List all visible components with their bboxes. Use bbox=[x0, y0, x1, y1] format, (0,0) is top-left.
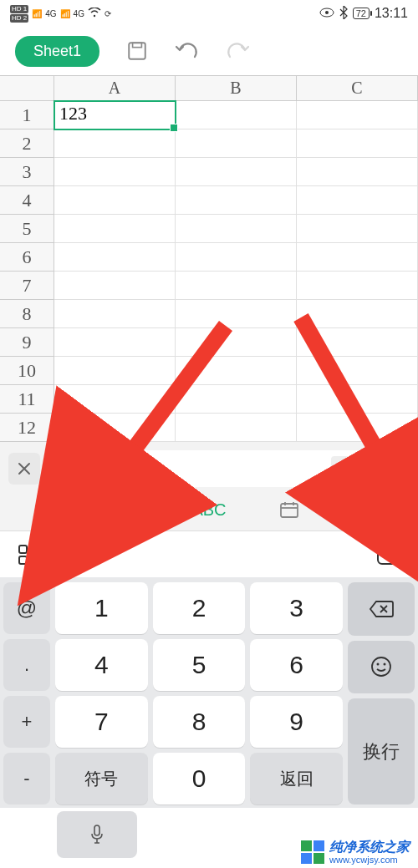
enter-icon[interactable] bbox=[331, 456, 359, 481]
cell[interactable] bbox=[176, 272, 297, 300]
cell[interactable] bbox=[297, 414, 418, 442]
cancel-button[interactable] bbox=[8, 453, 40, 485]
sig1-label: 4G bbox=[45, 9, 56, 18]
cell[interactable] bbox=[54, 385, 176, 414]
cell-a1[interactable]: 123 bbox=[54, 101, 176, 129]
row-header[interactable]: 6 bbox=[0, 243, 54, 272]
symbol-column: @ . + - bbox=[3, 582, 50, 805]
apps-icon[interactable] bbox=[15, 541, 42, 568]
key-2[interactable]: 2 bbox=[153, 582, 246, 634]
status-right: 72 13:11 bbox=[319, 6, 408, 22]
col-header-b[interactable]: B bbox=[176, 76, 297, 101]
cell[interactable] bbox=[54, 357, 176, 385]
cell[interactable] bbox=[54, 186, 176, 215]
svg-point-0 bbox=[94, 15, 95, 17]
cell[interactable] bbox=[54, 215, 176, 243]
cell[interactable] bbox=[176, 357, 297, 385]
cell[interactable] bbox=[176, 385, 297, 414]
cell[interactable] bbox=[54, 243, 176, 272]
key-return[interactable]: 返回 bbox=[250, 753, 343, 805]
mode-numeric[interactable]: 123 bbox=[89, 500, 169, 520]
col-header-c[interactable]: C bbox=[297, 76, 418, 101]
cell[interactable] bbox=[297, 328, 418, 357]
row-header[interactable]: 5 bbox=[0, 215, 54, 243]
key-symbols[interactable]: 符号 bbox=[55, 753, 148, 805]
cell[interactable] bbox=[297, 129, 418, 158]
row-header[interactable]: 4 bbox=[0, 186, 54, 215]
cell[interactable] bbox=[54, 158, 176, 186]
cell[interactable] bbox=[297, 300, 418, 328]
cell[interactable] bbox=[54, 129, 176, 158]
column-headers: A B C bbox=[0, 76, 418, 101]
row-header[interactable]: 8 bbox=[0, 300, 54, 328]
row-header[interactable]: 11 bbox=[0, 385, 54, 414]
key-emoji[interactable] bbox=[348, 641, 415, 694]
cell[interactable] bbox=[297, 272, 418, 300]
key-5[interactable]: 5 bbox=[153, 639, 246, 691]
row-header[interactable]: 9 bbox=[0, 328, 54, 357]
redo-icon[interactable] bbox=[225, 38, 250, 63]
cell[interactable] bbox=[176, 101, 297, 129]
row-header[interactable]: 2 bbox=[0, 129, 54, 158]
key-backspace[interactable] bbox=[348, 582, 415, 636]
key-7[interactable]: 7 bbox=[55, 696, 148, 748]
key-0[interactable]: 0 bbox=[153, 753, 246, 805]
sheet-tab[interactable]: Sheet1 bbox=[15, 36, 99, 67]
cell[interactable] bbox=[297, 357, 418, 385]
key-8[interactable]: 8 bbox=[153, 696, 246, 748]
undo-icon[interactable] bbox=[175, 38, 200, 63]
cell[interactable] bbox=[176, 186, 297, 215]
cell[interactable] bbox=[54, 272, 176, 300]
key-at[interactable]: @ bbox=[3, 582, 50, 634]
signal-2: 📶 bbox=[60, 9, 70, 18]
cell[interactable] bbox=[176, 158, 297, 186]
cell[interactable] bbox=[176, 300, 297, 328]
input-mode-row: f(x) 123 ABC tab▸ bbox=[8, 489, 410, 530]
cell[interactable] bbox=[54, 414, 176, 442]
confirm-button[interactable] bbox=[375, 451, 410, 486]
cell[interactable] bbox=[297, 158, 418, 186]
cell[interactable] bbox=[297, 101, 418, 129]
mode-abc[interactable]: ABC bbox=[169, 500, 249, 520]
cell[interactable] bbox=[297, 385, 418, 414]
row-header[interactable]: 12 bbox=[0, 414, 54, 442]
cell[interactable] bbox=[297, 243, 418, 272]
spreadsheet-grid[interactable]: A B C 1123 2 3 4 5 6 7 8 9 10 11 12 bbox=[0, 75, 418, 442]
row-header[interactable]: 3 bbox=[0, 158, 54, 186]
svg-point-15 bbox=[384, 663, 386, 666]
mode-tab[interactable]: tab▸ bbox=[329, 500, 410, 520]
row-header[interactable]: 1 bbox=[0, 101, 54, 129]
svg-rect-9 bbox=[19, 546, 27, 553]
cell[interactable] bbox=[297, 215, 418, 243]
col-header-a[interactable]: A bbox=[54, 76, 176, 101]
row-header[interactable]: 10 bbox=[0, 357, 54, 385]
cell[interactable] bbox=[176, 328, 297, 357]
mode-fx[interactable]: f(x) bbox=[8, 500, 89, 520]
key-3[interactable]: 3 bbox=[250, 582, 343, 634]
key-9[interactable]: 9 bbox=[250, 696, 343, 748]
grid-corner[interactable] bbox=[0, 76, 54, 101]
key-minus[interactable]: - bbox=[3, 753, 50, 805]
key-4[interactable]: 4 bbox=[55, 639, 148, 691]
collapse-keyboard-icon[interactable] bbox=[376, 541, 403, 568]
cell[interactable] bbox=[54, 328, 176, 357]
key-6[interactable]: 6 bbox=[250, 639, 343, 691]
cell[interactable] bbox=[176, 243, 297, 272]
key-voice[interactable] bbox=[57, 811, 137, 858]
formula-area: 123 f(x) 123 ABC tab▸ bbox=[0, 442, 418, 530]
cell[interactable] bbox=[176, 215, 297, 243]
key-dot[interactable]: . bbox=[3, 639, 50, 691]
key-plus[interactable]: + bbox=[3, 696, 50, 748]
formula-input[interactable]: 123 bbox=[48, 450, 366, 487]
cell[interactable] bbox=[176, 129, 297, 158]
svg-point-14 bbox=[377, 663, 380, 666]
cell[interactable] bbox=[297, 186, 418, 215]
save-icon[interactable] bbox=[125, 38, 150, 63]
row-header[interactable]: 7 bbox=[0, 272, 54, 300]
table-row: 10 bbox=[0, 357, 418, 385]
cell[interactable] bbox=[176, 414, 297, 442]
mode-date[interactable] bbox=[249, 500, 329, 519]
cell[interactable] bbox=[54, 300, 176, 328]
key-1[interactable]: 1 bbox=[55, 582, 148, 634]
key-newline[interactable]: 换行 bbox=[348, 698, 415, 805]
